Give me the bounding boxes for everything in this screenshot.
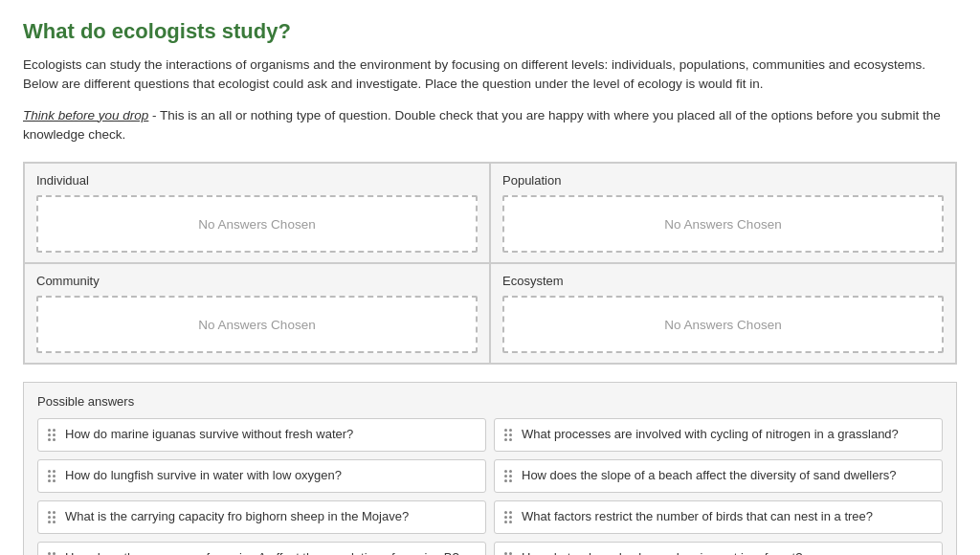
drop-zone-individual-label: Individual <box>36 173 478 188</box>
page-title: What do ecologists study? <box>23 19 957 44</box>
drop-zone-population-label: Population <box>502 173 944 188</box>
think-before-label: Think before you drop <box>23 108 148 122</box>
drop-zone-community[interactable]: Community No Answers Chosen <box>24 263 490 364</box>
drag-handle-icon <box>504 470 512 482</box>
drop-zone-community-label: Community <box>36 274 478 288</box>
answer-text: What factors restrict the number of bird… <box>522 509 873 525</box>
drag-handle-icon <box>504 552 512 555</box>
drag-handle-icon <box>504 429 512 441</box>
answer-text: How does the slope of a beach affect the… <box>522 468 896 484</box>
answer-item[interactable]: How do toads and salamanders ineract in … <box>494 542 943 555</box>
answer-text: How do lungfish survive in water with lo… <box>65 468 342 484</box>
drop-zone-ecosystem-label: Ecosystem <box>502 274 944 288</box>
answer-item[interactable]: How do lungfish survive in water with lo… <box>37 459 486 493</box>
drop-zone-ecosystem[interactable]: Ecosystem No Answers Chosen <box>490 263 956 364</box>
think-before-body: - This is an all or nothing type of ques… <box>23 108 941 142</box>
answer-item[interactable]: How do marine iguanas survive without fr… <box>37 418 486 452</box>
answer-item[interactable]: What processes are involved with cycling… <box>494 418 943 452</box>
description-text: Ecologists can study the interactions of… <box>23 56 957 95</box>
answers-grid: How do marine iguanas survive without fr… <box>37 418 943 555</box>
drop-zone-population-area[interactable]: No Answers Chosen <box>502 195 944 253</box>
drag-handle-icon <box>48 552 56 555</box>
answer-text: What processes are involved with cycling… <box>522 427 899 443</box>
drop-zone-individual-placeholder: No Answers Chosen <box>198 217 315 232</box>
think-before-note: Think before you drop - This is an all o… <box>23 106 957 145</box>
drop-zone-population[interactable]: Population No Answers Chosen <box>490 163 956 263</box>
answer-item[interactable]: How does the slope of a beach affect the… <box>494 459 943 493</box>
drop-zones-grid: Individual No Answers Chosen Population … <box>23 162 957 365</box>
answer-text: How does the presence of species A affec… <box>65 550 459 555</box>
drop-zone-ecosystem-area[interactable]: No Answers Chosen <box>502 296 944 353</box>
answer-item[interactable]: What factors restrict the number of bird… <box>494 500 943 534</box>
drag-handle-icon <box>504 511 512 523</box>
drop-zone-community-area[interactable]: No Answers Chosen <box>36 296 478 353</box>
drop-zone-population-placeholder: No Answers Chosen <box>664 217 781 232</box>
drop-zone-individual-area[interactable]: No Answers Chosen <box>36 195 478 253</box>
answer-text: How do marine iguanas survive without fr… <box>65 427 353 443</box>
drag-handle-icon <box>48 511 56 523</box>
possible-answers-section: Possible answers How do marine iguanas s… <box>23 382 957 555</box>
drag-handle-icon <box>48 429 56 441</box>
answer-text: How do toads and salamanders ineract in … <box>522 550 802 555</box>
drop-zone-individual[interactable]: Individual No Answers Chosen <box>24 163 490 263</box>
answer-text: What is the carrying capacity fro bighor… <box>65 509 409 525</box>
answer-item[interactable]: How does the presence of species A affec… <box>37 542 486 555</box>
drop-zone-ecosystem-placeholder: No Answers Chosen <box>664 318 781 332</box>
answer-item[interactable]: What is the carrying capacity fro bighor… <box>37 500 486 534</box>
drag-handle-icon <box>48 470 56 482</box>
drop-zone-community-placeholder: No Answers Chosen <box>198 318 315 332</box>
possible-answers-label: Possible answers <box>37 394 943 409</box>
